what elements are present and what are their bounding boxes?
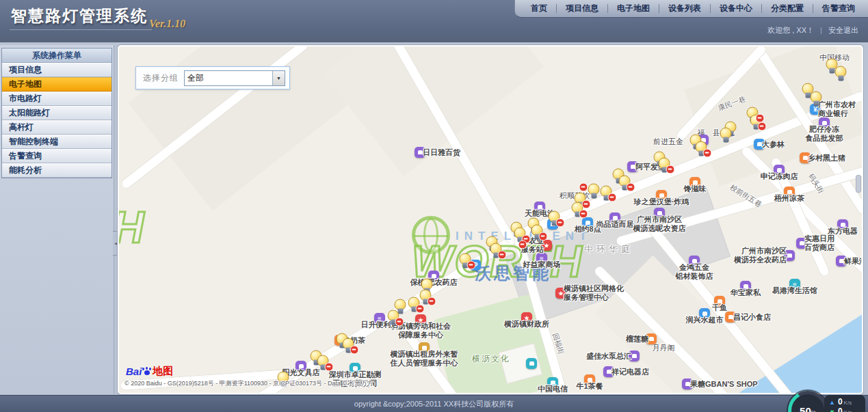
welcome-separator: | bbox=[820, 26, 822, 34]
map-poi-label: 实惠日用百货商店 bbox=[804, 234, 834, 252]
map-poi[interactable]: ★横沥镇劳动和社会保障服务中心 bbox=[415, 314, 426, 325]
map-poi[interactable]: 昌记小食店 bbox=[725, 312, 736, 322]
map-poi-label: 千鱼 bbox=[712, 303, 727, 312]
map-poi[interactable]: 中国电信 bbox=[547, 377, 558, 388]
nav-item-project-info[interactable]: 项目信息 bbox=[557, 3, 607, 14]
map-poi[interactable]: 榴莲糖 bbox=[646, 333, 657, 344]
map-poi[interactable]: ★新 农业服务站 bbox=[541, 240, 552, 251]
nav-item-alarm-query[interactable]: 告警查询 bbox=[813, 3, 864, 14]
street-light-marker[interactable] bbox=[588, 184, 600, 195]
map-poi[interactable]: 阿平发型 bbox=[627, 161, 638, 172]
sidebar-menu-title: 系统操作菜单 bbox=[2, 49, 111, 63]
alarm-badge-icon bbox=[325, 363, 334, 372]
street-light-marker[interactable] bbox=[835, 66, 847, 78]
alarm-badge-icon bbox=[758, 122, 767, 131]
map-poi[interactable]: 千鱼 bbox=[714, 296, 725, 307]
map-poi[interactable]: 鲜果汇 bbox=[836, 256, 847, 266]
map-poi[interactable]: ≡好益家商场 bbox=[536, 253, 547, 264]
map-poi-label: 果糖GBAN'S SHOP bbox=[690, 380, 758, 389]
street-light-marker[interactable] bbox=[811, 92, 822, 103]
map-poi-label: 乡村黑土猪 bbox=[808, 154, 845, 163]
map-poi[interactable]: 华宝家私 bbox=[740, 281, 751, 292]
map-poi[interactable]: 广州市南沙区横沥选呢农资店 bbox=[654, 208, 665, 219]
nav-item-device-list[interactable]: 设备列表 bbox=[659, 3, 710, 14]
map-poi-label: 中国电信 bbox=[538, 385, 568, 393]
map-poi[interactable]: 广州市南沙区横沥芬全农药店 bbox=[784, 250, 795, 261]
nav-item-device-center[interactable]: 设备中心 bbox=[711, 3, 761, 14]
alarm-badge-icon bbox=[498, 251, 507, 260]
speed-percent: 50 bbox=[800, 405, 811, 412]
group-select[interactable]: 全部 ▼ bbox=[184, 70, 285, 86]
map-panel: INTELLIGENT WORTH 沃思智能 WORTH 沃思智能 选择分组 全… bbox=[118, 45, 863, 394]
map-poi[interactable]: 牛1茶餐 bbox=[584, 374, 595, 385]
dropdown-arrow-icon[interactable]: ▼ bbox=[272, 71, 285, 85]
sidebar-item-energy-analysis[interactable]: 能耗分析 bbox=[2, 163, 111, 178]
map-poi[interactable]: 深圳市卓正勘测工程有限公司 bbox=[350, 363, 360, 374]
top-nav: 首页 项目信息 电子地图 设备列表 设备中心 分类配置 告警查询 bbox=[514, 0, 868, 18]
sidebar-item-emap[interactable]: 电子地图 bbox=[2, 77, 111, 92]
map-poi-label: 广州市南沙区横沥芬全农药店 bbox=[734, 247, 787, 264]
map-scrollbar-handle[interactable] bbox=[856, 175, 861, 193]
map-poi-label: 横沥镇出租房外来暂住人员管理服务中心 bbox=[391, 350, 458, 368]
map-poi[interactable]: 东方电器 bbox=[837, 219, 848, 230]
map-poi[interactable]: 珍之堡汉堡·炸鸡 bbox=[656, 190, 667, 201]
street-light-marker[interactable] bbox=[720, 128, 732, 139]
sidebar-item-alarm-query[interactable]: 告警查询 bbox=[2, 149, 111, 163]
map-poi[interactable]: 润兴水超市 bbox=[699, 308, 710, 319]
sidebar: 系统操作菜单 项目信息 电子地图 市电路灯 太阳能路灯 高杆灯 智能控制终端 告… bbox=[0, 45, 114, 394]
map-poi[interactable]: ★横沥镇财政所 bbox=[521, 312, 532, 323]
map-poi[interactable]: 肥仔冷冻食品批发部 bbox=[819, 118, 830, 128]
sidebar-item-solar-light[interactable]: 太阳能路灯 bbox=[2, 106, 111, 120]
map-poi[interactable]: 祥记电器店 bbox=[603, 366, 614, 377]
map-poi-label: 横沥镇社区网格化服务管理中心 bbox=[564, 284, 624, 302]
sidebar-item-highmast-light[interactable]: 高杆灯 bbox=[2, 120, 111, 135]
map-poi-label: 牛1茶餐 bbox=[576, 382, 603, 391]
sidebar-item-mains-light[interactable]: 市电路灯 bbox=[2, 92, 111, 106]
alarm-badge-icon bbox=[416, 305, 425, 314]
map-poi-label: 盛佳水泵总汇 bbox=[586, 352, 631, 361]
map-poi[interactable]: 阳光文具店 bbox=[295, 361, 306, 372]
map-poi[interactable]: 日日雅百货 bbox=[415, 147, 425, 158]
map-poi[interactable]: 金鸿五金铝材装饰店 bbox=[689, 256, 700, 266]
street-light-marker[interactable] bbox=[395, 299, 406, 311]
map-poi-label: 鲜果汇 bbox=[844, 257, 862, 266]
map-poi[interactable]: 大参林 bbox=[754, 139, 765, 150]
group-select-label: 选择分组 bbox=[143, 72, 179, 84]
baidu-paw-icon bbox=[142, 367, 152, 376]
map-poi[interactable]: 梧州凉茶 bbox=[784, 187, 795, 197]
nav-item-emap[interactable]: 电子地图 bbox=[608, 3, 659, 14]
nav-item-home[interactable]: 首页 bbox=[522, 3, 556, 14]
map-poi[interactable]: 馋滋味 bbox=[689, 177, 700, 188]
map-poi[interactable]: 尚品适而居 bbox=[609, 212, 620, 223]
map-poi[interactable]: ≡易港湾生活馆 bbox=[789, 279, 800, 290]
area-label: 中环华庭 bbox=[584, 243, 633, 256]
map-poi[interactable]: 乡村黑土猪 bbox=[800, 152, 811, 163]
map-poi[interactable]: 盛佳水泵总汇 bbox=[629, 351, 640, 361]
alarm-badge-icon bbox=[579, 210, 588, 219]
nav-item-category-config[interactable]: 分类配置 bbox=[762, 3, 813, 14]
alarm-badge-icon bbox=[518, 241, 527, 249]
map-poi-label: 祥记电器店 bbox=[611, 368, 649, 376]
map-poi-label: 金鸿五金铝材装饰店 bbox=[676, 263, 713, 281]
map-poi[interactable]: 申记冻肉店 bbox=[774, 165, 785, 176]
map-poi[interactable]: 相约8点 bbox=[582, 217, 593, 228]
map-poi-label: 润兴水超市 bbox=[686, 316, 724, 325]
map-poi[interactable]: ≡日升便利店 bbox=[374, 313, 385, 324]
speed-pill: ▲ 0 K/s ▼ 0 K/s bbox=[824, 395, 865, 412]
upload-unit: K/s bbox=[844, 400, 852, 406]
footer: opyright &copy;2005-2011 XX科技公司版权所有 bbox=[0, 395, 868, 412]
map-poi-label: 尚品适而居 bbox=[596, 220, 634, 229]
map-poi[interactable]: 横沥镇出租房外来暂住人员管理服务中心 bbox=[419, 342, 430, 353]
sidebar-item-project-info[interactable]: 项目信息 bbox=[2, 63, 111, 77]
map-poi[interactable]: 实惠日用百货商店 bbox=[796, 238, 807, 249]
map-poi-label: 前进五金 bbox=[653, 137, 683, 147]
map-canvas[interactable]: INTELLIGENT WORTH 沃思智能 WORTH 沃思智能 选择分组 全… bbox=[119, 46, 862, 393]
logout-link[interactable]: 安全退出 bbox=[828, 26, 858, 34]
street-light-marker[interactable] bbox=[421, 279, 433, 290]
map-poi[interactable] bbox=[526, 358, 537, 369]
alarm-badge-icon bbox=[350, 346, 359, 355]
map-poi[interactable]: 果糖GBAN'S SHOP bbox=[682, 379, 693, 389]
map-poi[interactable]: ★横沥镇社区网格化服务管理中心 bbox=[555, 288, 566, 299]
sidebar-item-smart-terminal[interactable]: 智能控制终端 bbox=[2, 135, 111, 149]
map-poi[interactable]: 天能电池 bbox=[534, 202, 545, 212]
